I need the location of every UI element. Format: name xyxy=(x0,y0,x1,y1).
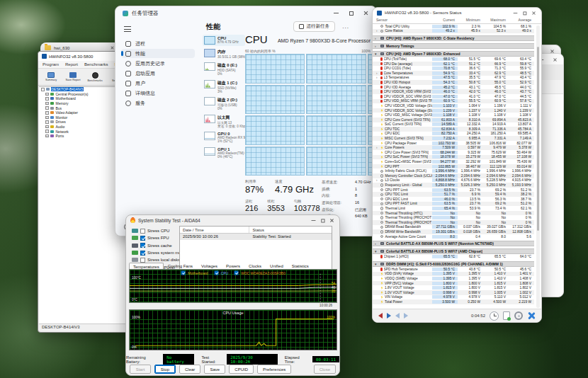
close-icon[interactable] xyxy=(363,10,369,16)
sensor-section-header[interactable]: ▾DDR5 DIMM [#1]: G.Skill F5-6000J2836G16… xyxy=(373,261,534,267)
sensor-row[interactable]: VDDQ (SWB) Voltage1.395 V1.395 V1.410 V1… xyxy=(373,276,534,281)
checkbox[interactable] xyxy=(140,243,145,248)
sensor-row[interactable]: Average Active Core Count8.00.48.05.6 xyxy=(373,234,534,239)
sidebar-item-3[interactable]: 启动应用 xyxy=(121,69,195,78)
sensor-row[interactable]: 1.8V VOUT Voltage1.815 V1.800 V1.815 V1.… xyxy=(373,285,534,290)
task-manager-window[interactable]: 任务管理器 进程性能应用历史记录启动应用用户详细信息服务 性能 运行新任务 ..… xyxy=(115,6,377,236)
expand-toggle-icon[interactable]: + xyxy=(45,125,49,129)
scrollbar[interactable] xyxy=(536,25,540,308)
sensor-row[interactable]: Core+SoC+MISC Power (SVI3 TFN)94.277 W32… xyxy=(373,159,534,164)
maximize-icon[interactable] xyxy=(348,10,354,16)
sensor-row[interactable]: Thermal Throttling (HTC)NoNoNo0 % xyxy=(373,211,534,216)
checkbox[interactable] xyxy=(214,271,218,275)
expand-toggle-icon[interactable]: ▾ xyxy=(375,262,378,266)
sensor-row[interactable]: CPU VDD_MISC VRM (SVI3 TFN)60.9 °C55.5 °… xyxy=(373,99,534,104)
sensor-row[interactable]: Infinity Fabric Clock (FCLK)1,996.4 MHz1… xyxy=(373,168,534,173)
sidebar-item-0[interactable]: 进程 xyxy=(121,39,195,48)
checkbox[interactable] xyxy=(140,229,145,234)
maximize-icon[interactable] xyxy=(522,10,527,15)
perf-list-item-6[interactable]: GPU 0AMD Radeon RX 90...1% (52°C) xyxy=(203,130,245,144)
sensor-row[interactable]: CPU IOD Average45.2 °C43.1 °C45.5 °C44.0… xyxy=(373,85,534,90)
expand-toggle-icon[interactable]: + xyxy=(45,130,49,133)
sensor-row[interactable]: ›L3 Temperatures47.5 °C35.5 °C47.9 °C43.… xyxy=(373,76,534,81)
sensor-row[interactable]: Total CPU Utility102.9 %2.3 %104.5 %68.1… xyxy=(373,24,534,29)
sensor-row[interactable]: CPU VDDCR_SOC Voltage (SVI3 T...1.239 V1… xyxy=(373,108,534,113)
perf-list-item-4[interactable]: 磁盘 2 (D:)可移动 (USB)0% xyxy=(203,96,245,112)
sensor-row[interactable]: Thermal Throttling (PROCHOT CPU)NoNoNo0 … xyxy=(373,215,534,220)
previous-arrow-icon[interactable] xyxy=(378,313,383,319)
sensor-row[interactable]: CPU VDDCR_VDD Voltage (SVI3 T...1.103 V1… xyxy=(373,103,534,108)
sensor-row[interactable]: CPU Package Power102.793 W38.505 W106.81… xyxy=(373,141,534,146)
close-icon[interactable] xyxy=(329,217,335,223)
sensor-row[interactable]: ›Core Ratios49.2 x45.9 x52.3 x49.0 x xyxy=(373,29,534,34)
sensor-section-header[interactable]: ▾Colorful BATTLE-AX B850M-PLUS S WIFI7 (… xyxy=(373,248,534,254)
clock-icon[interactable] xyxy=(490,311,499,321)
tab-voltages[interactable]: Voltages xyxy=(197,262,222,269)
toolbar-button-save-report[interactable]: Save Report xyxy=(63,69,83,84)
expand-toggle-icon[interactable]: ▾ xyxy=(375,52,378,56)
expand-toggle-icon[interactable]: + xyxy=(45,116,49,120)
sensor-row[interactable]: VIN Voltage4.978 V4.978 V5.110 V5.012 V xyxy=(373,295,534,300)
sensor-row[interactable]: CPU VDD_MISC Voltage (SVI3 TFN)1.108 V1.… xyxy=(373,113,534,118)
tab-clocks[interactable]: Clocks xyxy=(244,262,266,269)
sensor-section-header[interactable]: ›Memory Timings xyxy=(373,43,534,49)
sensor-row[interactable]: Chipset 1 [xHCI]65.5 °C62.8 °C65.5 °C64.… xyxy=(373,254,534,259)
perf-list-item-7[interactable]: GPU 1AMD Radeon(TM) G...0% (46°C) xyxy=(203,146,245,160)
cpuid-button[interactable]: CPUID xyxy=(229,365,254,374)
expand-toggle-icon[interactable]: + xyxy=(45,134,49,138)
expand-toggle-icon[interactable]: + xyxy=(45,111,49,115)
menu-item-program[interactable]: Program xyxy=(43,62,59,67)
tab-unified[interactable]: Unified xyxy=(266,262,288,269)
close-sensors-icon[interactable] xyxy=(527,311,536,320)
expand-toggle-icon[interactable]: + xyxy=(45,97,49,101)
menu-item-report[interactable]: Report xyxy=(65,62,78,67)
legend-item[interactable]: Motherboard xyxy=(181,270,208,275)
sensor-row[interactable]: 1.0V VOUT Voltage0.998 V0.998 V1.005 V1.… xyxy=(373,290,534,295)
report-icon[interactable] xyxy=(503,311,510,320)
sensor-row[interactable]: SPD Hub Temperature50.5 °C43.8 °C50.5 °C… xyxy=(373,267,534,272)
sensor-row[interactable]: ›L3 Clocks4,868.8 MHz4,676.6 MHz5,228.5 … xyxy=(373,178,534,183)
sidebar-item-6[interactable]: 服务 xyxy=(121,98,195,108)
sensor-row[interactable]: DRAM Read Bandwidth27.711 GB/s0.037 GB/s… xyxy=(373,225,534,230)
checkbox[interactable] xyxy=(140,236,145,241)
sensor-row[interactable]: Memory Controller Clock (UCLK)2,094.6 MH… xyxy=(373,173,534,178)
column-header-current[interactable]: Current xyxy=(432,18,458,23)
sensor-row[interactable]: CPU VDDCR_VDD VRM (SVI3 TFN)46.0 °C42.0 … xyxy=(373,89,534,94)
hamburger-menu-icon[interactable] xyxy=(124,26,131,32)
sensor-row[interactable]: SoC Current (SVI3 TFN)14.589 A12.332 A14… xyxy=(373,122,534,127)
sensor-row[interactable]: CPU TDC62.834 A8.309 A71.336 A45.784 A xyxy=(373,127,534,132)
sensor-row[interactable]: Thermal Throttling (PROCHOT EXT)NoNoNo0 … xyxy=(373,220,534,225)
checkbox[interactable] xyxy=(234,271,239,275)
sensor-row[interactable]: Total Power3.500 W0.250 W4.500 W2.219 W xyxy=(373,299,534,304)
expand-toggle-icon[interactable]: › xyxy=(375,241,378,246)
expand-toggle-icon[interactable]: › xyxy=(375,36,378,40)
toolbar-button-benchmarks[interactable]: Benchmarks xyxy=(85,69,105,84)
tab-powers[interactable]: Powers xyxy=(222,262,244,269)
expand-toggle-icon[interactable]: + xyxy=(45,93,49,96)
sensor-row[interactable]: CPU EDC82.750 A24.250 A181.250 A69.585 A xyxy=(373,132,534,137)
sidebar-item-1[interactable]: 性能 xyxy=(121,49,195,58)
stop-button[interactable]: Stop xyxy=(154,365,176,374)
minimize-icon[interactable] xyxy=(333,10,339,16)
checkbox[interactable] xyxy=(140,251,145,256)
sensor-row[interactable]: CPU VDDCR_SOC VRM (SVI3 TFN)47.0 °C41.0 … xyxy=(373,94,534,99)
perf-list-item-2[interactable]: 磁盘 0 (E:)HDD (SATA)0% xyxy=(203,61,245,77)
more-options-button[interactable]: ... xyxy=(342,23,349,30)
legend-item[interactable]: CPU xyxy=(214,270,229,275)
minimize-icon[interactable] xyxy=(513,10,518,15)
close-icon[interactable] xyxy=(110,45,114,50)
maximize-icon[interactable] xyxy=(320,217,326,223)
sensor-row[interactable]: CPU Core Current (SVI3 TFN)61.803 A8.310… xyxy=(373,118,534,122)
aida-stability-test-window[interactable]: System Stability Test - AIDA64 Stress CP… xyxy=(125,214,340,376)
perf-list-item-5[interactable]: 以太网以太网 13发送: 0 接收: 0 Kbps xyxy=(203,113,245,130)
column-header-average[interactable]: Average xyxy=(509,18,534,23)
sensor-row[interactable]: CPU PPT FAST Limit63.5 %23.7 %69.2 %51.2… xyxy=(373,202,534,207)
sensor-row[interactable]: VPP (5VC) Voltage1.800 V1.800 V1.815 V1.… xyxy=(373,281,534,286)
sensor-row[interactable]: CPU CCD1 (Tdie)70.8 °C36.6 °C71.3 °C55.9… xyxy=(373,66,534,71)
sensor-row[interactable]: CPU Core Power (SVI3 TFN)68.244 W9.315 W… xyxy=(373,150,534,155)
tab-statistics[interactable]: Statistics xyxy=(288,262,313,269)
minimize-icon[interactable] xyxy=(311,217,317,223)
sensors-window[interactable]: HWiNFO32 v8.30-5800 - Sensors Status Sen… xyxy=(372,7,542,323)
expand-toggle-icon[interactable]: ▾ xyxy=(375,249,378,253)
sensor-row[interactable]: CPU EDC Limit46.0 %13.5 %56.3 %38.7 % xyxy=(373,197,534,202)
